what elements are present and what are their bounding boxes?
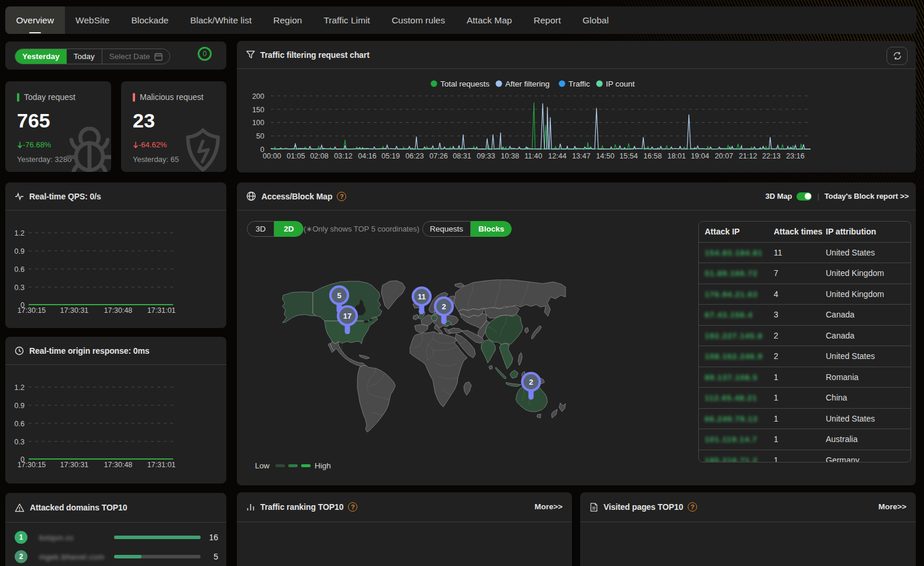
svg-text:00:00: 00:00: [263, 152, 281, 160]
svg-text:04:16: 04:16: [358, 152, 376, 160]
svg-text:17:30:15: 17:30:15: [18, 461, 46, 469]
svg-text:0.6: 0.6: [15, 265, 25, 274]
svg-text:0.9: 0.9: [15, 247, 25, 256]
svg-text:0.6: 0.6: [15, 420, 25, 428]
svg-text:150: 150: [252, 106, 264, 114]
svg-text:07:26: 07:26: [429, 152, 447, 160]
svg-text:2: 2: [529, 378, 533, 386]
svg-text:0.3: 0.3: [15, 438, 25, 446]
svg-text:1.2: 1.2: [15, 229, 25, 237]
svg-text:0.3: 0.3: [15, 284, 25, 292]
svg-text:23:16: 23:16: [786, 152, 804, 160]
svg-text:03:12: 03:12: [334, 152, 352, 160]
svg-text:02:08: 02:08: [310, 152, 328, 160]
svg-text:18:01: 18:01: [667, 152, 685, 160]
svg-text:16:58: 16:58: [643, 152, 661, 160]
svg-text:17:30:48: 17:30:48: [104, 461, 133, 469]
svg-text:10:38: 10:38: [501, 152, 519, 160]
svg-text:1.2: 1.2: [15, 384, 25, 392]
svg-text:12:44: 12:44: [548, 152, 566, 160]
svg-text:17:30:31: 17:30:31: [60, 461, 89, 469]
svg-text:15:54: 15:54: [619, 152, 637, 160]
svg-text:08:31: 08:31: [453, 152, 471, 160]
svg-text:05:19: 05:19: [381, 152, 399, 160]
svg-text:17:30:31: 17:30:31: [60, 306, 89, 315]
svg-text:Traffic: Traffic: [568, 80, 590, 88]
svg-text:After filtering: After filtering: [505, 80, 550, 88]
svg-text:11:40: 11:40: [525, 152, 542, 160]
svg-text:2: 2: [442, 302, 446, 311]
svg-text:22:13: 22:13: [762, 152, 780, 160]
svg-text:17:31:01: 17:31:01: [147, 306, 176, 315]
svg-text:13:47: 13:47: [572, 152, 590, 160]
svg-text:100: 100: [252, 119, 264, 127]
svg-text:20:07: 20:07: [715, 152, 733, 160]
svg-text:17:31:01: 17:31:01: [147, 461, 176, 469]
svg-text:17:30:48: 17:30:48: [104, 306, 133, 315]
svg-text:17: 17: [343, 312, 351, 320]
svg-text:IP count: IP count: [606, 80, 635, 88]
svg-text:09:33: 09:33: [477, 152, 495, 160]
svg-text:17:30:15: 17:30:15: [18, 306, 46, 315]
svg-text:21:12: 21:12: [739, 152, 757, 160]
svg-text:200: 200: [252, 92, 264, 101]
svg-text:50: 50: [256, 132, 264, 140]
svg-text:19:04: 19:04: [691, 152, 709, 160]
svg-text:11: 11: [418, 292, 426, 301]
svg-text:0.9: 0.9: [15, 402, 25, 410]
svg-text:06:23: 06:23: [405, 152, 423, 160]
svg-text:Total requests: Total requests: [440, 80, 489, 88]
svg-text:14:50: 14:50: [596, 152, 614, 160]
svg-text:01:05: 01:05: [287, 152, 305, 160]
svg-text:5: 5: [337, 291, 341, 300]
